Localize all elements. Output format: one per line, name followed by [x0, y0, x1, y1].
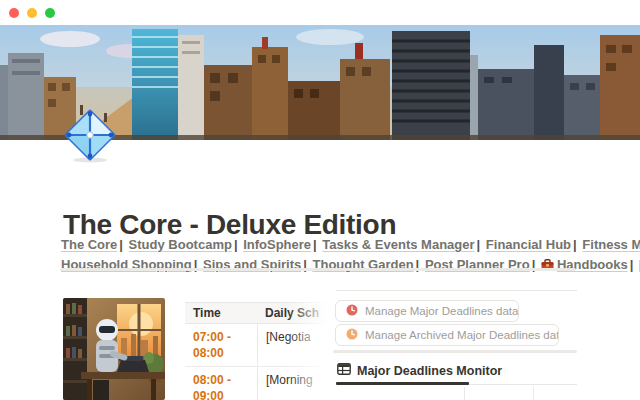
- clock-icon: [346, 304, 358, 318]
- page-icon[interactable]: [62, 107, 118, 163]
- column-header-daily-schedule[interactable]: Daily Sch: [257, 303, 335, 323]
- nav-link-the-core[interactable]: The Core: [61, 237, 117, 252]
- button-label: Manage Archived Major Deadlines databa..…: [365, 329, 559, 341]
- table-icon: [337, 363, 351, 378]
- table-row: 08:00 - 09:00 [Morning: [185, 367, 335, 400]
- close-button[interactable]: [9, 8, 19, 18]
- clock-icon: [346, 328, 358, 342]
- daily-schedule-table: Time Daily Sch 07:00 - 08:00 [Negotia 08…: [185, 302, 335, 400]
- nav-line-1: The Core| Study Bootcamp| InfoSphere| Ta…: [61, 235, 601, 255]
- nav-link-study-bootcamp[interactable]: Study Bootcamp: [129, 237, 232, 252]
- nav-link-fitness-mentor[interactable]: Fitness Mentor: [582, 237, 640, 252]
- content-divider: [60, 268, 576, 271]
- activity-cell[interactable]: [Negotia: [257, 324, 335, 366]
- nav-link-infosphere[interactable]: InfoSphere: [243, 237, 311, 252]
- zoom-button[interactable]: [45, 8, 55, 18]
- tab-bar-line: [469, 384, 577, 385]
- nav-line-2: Household Shopping| Sips and Spirits| Th…: [61, 255, 601, 277]
- column-header-time[interactable]: Time: [185, 303, 257, 323]
- nav-separator: |: [571, 237, 579, 252]
- table-header-row: Time Daily Sch: [185, 302, 335, 324]
- gem-icon: [62, 107, 118, 163]
- nav-separator: |: [475, 237, 483, 252]
- nav-link-financial-hub[interactable]: Financial Hub: [486, 237, 571, 252]
- monitor-table-column-border: [464, 387, 465, 400]
- time-cell[interactable]: 07:00 - 08:00: [185, 324, 257, 366]
- tab-major-deadlines-monitor[interactable]: Major Deadlines Monitor: [337, 363, 502, 378]
- nav-separator: |: [628, 257, 636, 272]
- tab-label: Major Deadlines Monitor: [357, 364, 502, 378]
- minimize-button[interactable]: [27, 8, 37, 18]
- nav-separator: |: [232, 237, 240, 252]
- notion-window: The Core - Deluxe Edition The Core| Stud…: [0, 0, 640, 400]
- nav-link-tasks-events-manager[interactable]: Tasks & Events Manager: [322, 237, 474, 252]
- right-column-divider: [336, 290, 577, 291]
- toolbox-icon: [541, 257, 554, 277]
- manage-deadlines-button[interactable]: Manage Major Deadlines database: [335, 300, 519, 322]
- robot-art-svg: [63, 298, 165, 400]
- window-controls: [9, 8, 55, 18]
- nav-separator: |: [311, 237, 319, 252]
- button-label: Manage Major Deadlines database: [365, 305, 519, 317]
- active-tab-underline: [336, 382, 469, 385]
- robot-desk-image[interactable]: [63, 298, 165, 400]
- activity-cell[interactable]: [Morning: [257, 367, 335, 400]
- table-row: 07:00 - 08:00 [Negotia: [185, 324, 335, 367]
- monitor-table-column-border: [533, 387, 534, 400]
- time-cell[interactable]: 08:00 - 09:00: [185, 367, 257, 400]
- section-divider: [333, 350, 577, 353]
- nav-separator: |: [117, 237, 125, 252]
- manage-archived-deadlines-button[interactable]: Manage Archived Major Deadlines databa..…: [335, 324, 559, 346]
